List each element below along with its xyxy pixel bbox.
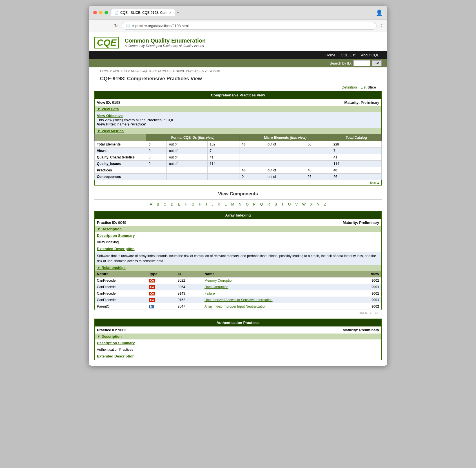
- alpha-q[interactable]: Q: [260, 202, 263, 206]
- ai-desc-summary-link[interactable]: Description Summary: [97, 233, 135, 238]
- alpha-i[interactable]: I: [206, 202, 207, 206]
- metrics-header-row: Formal CQE IDs (this view) Micro Element…: [95, 134, 382, 141]
- new-tab-button[interactable]: +: [177, 10, 179, 15]
- ai-rel-toggle-link[interactable]: ▼ Relationships: [97, 266, 126, 270]
- mr-catalog: 228: [331, 141, 382, 148]
- alpha-m[interactable]: M: [231, 202, 234, 206]
- ai-desc-toggle-link[interactable]: ▼ Description: [97, 227, 122, 231]
- ap-ext-desc-cell: Extended Description: [95, 353, 382, 360]
- rel2-type: Co: [147, 284, 175, 290]
- alpha-h[interactable]: H: [199, 202, 201, 206]
- nav-bar: ← → ↻ 📄 cqe.mitre.org/data/slices/9198.h…: [89, 20, 387, 32]
- alpha-w[interactable]: W: [302, 202, 306, 206]
- user-account-icon[interactable]: 👤: [376, 9, 383, 16]
- alpha-d[interactable]: D: [171, 202, 173, 206]
- address-bar[interactable]: 📄 cqe.mitre.org/data/slices/9198.html: [122, 22, 377, 30]
- site-subtitle: A Community-Developed Dictionary of Qual…: [124, 44, 206, 48]
- alpha-f[interactable]: F: [185, 202, 187, 206]
- alpha-l[interactable]: L: [225, 202, 227, 206]
- mr2-label: Views: [95, 148, 146, 154]
- mr5-f-out: [167, 167, 207, 174]
- browser-menu-icon[interactable]: ⋮: [379, 23, 384, 29]
- view-objective-label[interactable]: View Objective: [97, 114, 379, 118]
- ai-ext-desc-row: Extended Description: [95, 245, 382, 252]
- mr5-f-tot: [207, 167, 239, 174]
- top-navigation: Home | CQE List | About CQE: [89, 51, 387, 59]
- alpha-g[interactable]: G: [192, 202, 194, 206]
- view-metrics-link[interactable]: ▼ View Metrics: [97, 129, 124, 133]
- ap-desc-text-row: Authentication Practices: [95, 346, 382, 353]
- mr3-catalog: 41: [331, 154, 382, 161]
- nav-about-cqe-link[interactable]: About CQE: [359, 53, 382, 57]
- alpha-y[interactable]: Y: [317, 202, 320, 206]
- rel4-name-link[interactable]: Unauthorized Access to Sensitive Informa…: [204, 298, 272, 302]
- maximize-button[interactable]: [104, 11, 108, 14]
- view-id-label: View ID:: [97, 100, 111, 105]
- alpha-c[interactable]: C: [164, 202, 166, 206]
- mr2-m-tot: [305, 148, 331, 154]
- rel4-type: Co: [147, 297, 175, 303]
- ai-id-row: Practice ID: 9049 Maturity: Preliminary: [95, 219, 382, 226]
- alpha-z[interactable]: Z: [324, 202, 326, 206]
- ap-desc-toggle-row: ▼ Description: [95, 334, 382, 339]
- less-link[interactable]: less ▲: [370, 181, 380, 184]
- alpha-v[interactable]: V: [295, 202, 298, 206]
- alpha-e[interactable]: E: [178, 202, 181, 206]
- alpha-p[interactable]: P: [253, 202, 256, 206]
- back-to-top-link[interactable]: BACK TO TOP: [359, 311, 379, 315]
- rel2-name-link[interactable]: Data Corruption: [204, 285, 228, 289]
- tab-definition[interactable]: Definition: [342, 85, 357, 89]
- mr4-catalog: 114: [331, 161, 382, 167]
- alpha-r[interactable]: R: [267, 202, 270, 206]
- site-header: CQE Common Quality Enumeration A Communi…: [89, 32, 387, 51]
- alpha-j[interactable]: J: [212, 202, 213, 206]
- minimize-button[interactable]: [99, 11, 103, 14]
- rel1-name-link[interactable]: Memory Corruption: [204, 279, 233, 282]
- rel2-nature: CanPrecede: [95, 284, 147, 290]
- ai-id-cell: Practice ID: 9049: [95, 219, 203, 226]
- rel5-view: 9002: [353, 303, 382, 310]
- alpha-a[interactable]: A: [150, 202, 152, 206]
- ap-desc-toggle-link[interactable]: ▼ Description: [97, 334, 122, 339]
- search-go-button[interactable]: Go: [372, 60, 382, 66]
- maturity-cell: Maturity: Preliminary: [239, 99, 382, 106]
- nav-home-link[interactable]: Home: [323, 53, 338, 57]
- view-filter-value: name()='Practice': [117, 122, 146, 126]
- ai-ext-desc-link[interactable]: Extended Description: [97, 247, 135, 251]
- title-bar: 📄 CQE - SLICE: CQE-9198: Com ✕ + 👤: [89, 6, 387, 20]
- ap-ext-desc-link[interactable]: Extended Description: [97, 354, 135, 358]
- rel3-name-link[interactable]: Failure: [204, 292, 215, 295]
- ai-desc-summary-cell: Description Summary: [95, 232, 382, 239]
- rel3-view: 9001: [353, 290, 382, 297]
- alpha-k[interactable]: K: [218, 202, 220, 206]
- mr6-m-tot: 26: [305, 174, 331, 180]
- mh-col1: [95, 134, 146, 141]
- active-tab[interactable]: 📄 CQE - SLICE: CQE-9198: Com ✕: [111, 9, 175, 16]
- alpha-n[interactable]: N: [239, 202, 241, 206]
- alpha-x[interactable]: X: [310, 202, 313, 206]
- mr2-m-val: [239, 148, 265, 154]
- alpha-s[interactable]: S: [275, 202, 277, 206]
- reload-button[interactable]: ↻: [112, 23, 119, 29]
- search-input[interactable]: [353, 60, 370, 66]
- rel1-name: Memory Corruption: [202, 277, 353, 284]
- alpha-t[interactable]: T: [281, 202, 284, 206]
- url-text: cqe.mitre.org/data/slices/9198.html: [132, 24, 189, 28]
- page-icon: 📄: [115, 11, 119, 15]
- nav-cqe-list-link[interactable]: CQE List: [339, 53, 358, 57]
- mr4-f-out: out of: [167, 161, 207, 167]
- tab-slice-active: Slice: [368, 85, 376, 89]
- ai-rel-row-4: CanPrecede Co 9152 Unauthorized Access t…: [95, 297, 382, 303]
- alpha-u[interactable]: U: [288, 202, 291, 206]
- ap-desc-summary-row: Description Summary: [95, 339, 382, 346]
- alpha-b[interactable]: B: [157, 202, 159, 206]
- tab-close-icon[interactable]: ✕: [169, 11, 172, 15]
- forward-button[interactable]: →: [102, 23, 110, 29]
- alpha-o[interactable]: O: [246, 202, 249, 206]
- view-data-link[interactable]: ▼ View Data: [97, 107, 119, 111]
- rel5-name-link[interactable]: Array Index Improper Input Neutralizatio…: [204, 304, 266, 308]
- back-button[interactable]: ←: [92, 23, 100, 29]
- ap-desc-summary-link[interactable]: Description Summary: [97, 341, 135, 345]
- close-button[interactable]: [93, 11, 97, 14]
- tab-list[interactable]: List: [361, 85, 366, 89]
